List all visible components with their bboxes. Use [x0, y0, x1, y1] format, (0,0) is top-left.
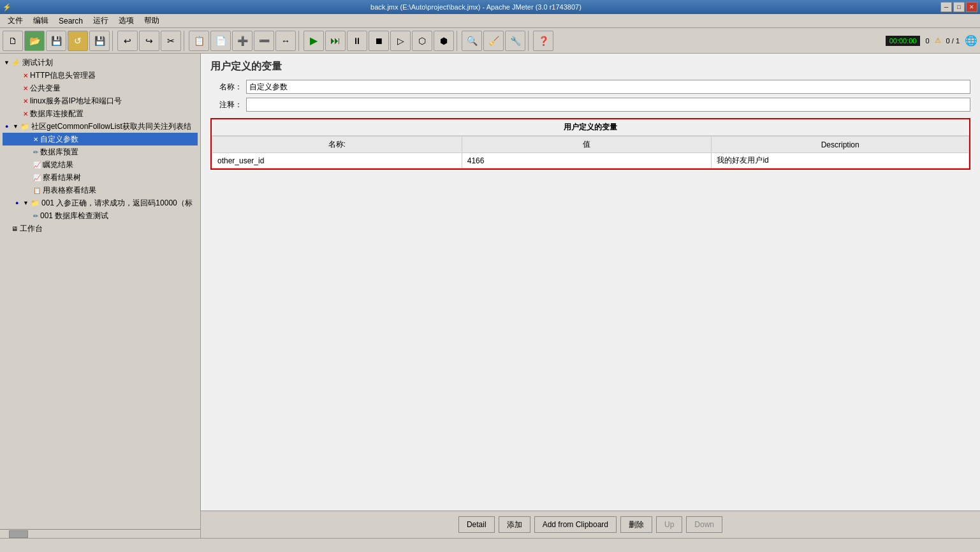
- tree-item-community[interactable]: ● ▼ 📁 社区getCommonFollowList获取共同关注列表结: [3, 120, 198, 133]
- table-row[interactable]: other_user_id 4166 我的好友用户id: [212, 153, 969, 168]
- col-description: Description: [712, 137, 969, 153]
- expand-icon2: ●: [5, 123, 13, 130]
- toolbar: 🗋 📂 💾 ↺ 💾 ↩ ↪ ✂ 📋 📄 ➕ ➖ ↔ ▶ ⏭ ⏸ ⏹ ▷ ⬡ ⬢ …: [0, 28, 980, 54]
- comment-label: 注释：: [210, 100, 242, 110]
- function-helper-btn[interactable]: 🔧: [505, 31, 525, 51]
- var-table-section: 用户定义的变量 名称: 值 Description other_user_id …: [210, 118, 970, 170]
- public-var-icon: ✕: [23, 85, 28, 92]
- tree-item-db-check[interactable]: ✏ 001 数据库检查测试: [3, 209, 198, 222]
- name-input[interactable]: [246, 80, 970, 94]
- workbench-label: 工作台: [20, 223, 43, 234]
- var-table: 名称: 值 Description other_user_id 4166 我的好…: [212, 136, 969, 168]
- close-btn[interactable]: ✕: [966, 2, 977, 12]
- tree-item-view-results[interactable]: 📈 瞩览结果: [3, 158, 198, 171]
- comment-input[interactable]: [246, 98, 970, 112]
- table-results-icon: 📋: [33, 187, 41, 194]
- undo-btn[interactable]: ↩: [117, 31, 138, 51]
- status-globe-icon: 🌐: [965, 34, 977, 47]
- menu-help[interactable]: 帮助: [139, 14, 165, 27]
- tree-item-test-plan[interactable]: ▼ ⚡ 测试计划: [3, 56, 198, 69]
- custom-params-label: 自定义参数: [40, 134, 78, 145]
- custom-params-icon: ✕: [33, 136, 38, 143]
- title-bar: ⚡ back.jmx (E:\Auto\project\back.jmx) - …: [0, 0, 980, 14]
- remote-stop-btn[interactable]: ⬡: [412, 31, 432, 51]
- remote-exit-btn[interactable]: ⬢: [434, 31, 454, 51]
- open-btn[interactable]: 📂: [24, 31, 45, 51]
- results-tree-icon: 📈: [33, 174, 41, 181]
- db-check-icon: ✏: [33, 213, 38, 220]
- table-results-label: 用表格察看结果: [43, 185, 96, 196]
- left-panel[interactable]: ▼ ⚡ 测试计划 ✕ HTTP信息头管理器 ✕ 公共变量 ✕ linux服务器I…: [0, 54, 201, 538]
- expand-icon4: ▼: [23, 200, 31, 206]
- saveas-btn[interactable]: 💾: [89, 31, 110, 51]
- clear-btn[interactable]: 🧹: [483, 31, 504, 51]
- col-value: 值: [462, 137, 712, 153]
- row-description: 我的好友用户id: [712, 153, 969, 168]
- pause-btn[interactable]: ⏸: [347, 31, 367, 51]
- menu-edit[interactable]: 编辑: [28, 14, 54, 27]
- up-button[interactable]: Up: [656, 516, 682, 533]
- main-layout: ▼ ⚡ 测试计划 ✕ HTTP信息头管理器 ✕ 公共变量 ✕ linux服务器I…: [0, 54, 980, 538]
- view-results-icon: 📈: [33, 161, 41, 168]
- content-area: 用户定义的变量 名称： 注释： 用户定义的变量 名称: 值 Descript: [201, 54, 980, 511]
- menu-options[interactable]: 选项: [113, 14, 139, 27]
- menu-search[interactable]: Search: [54, 15, 88, 27]
- tree-container: ▼ ⚡ 测试计划 ✕ HTTP信息头管理器 ✕ 公共变量 ✕ linux服务器I…: [0, 54, 200, 237]
- sep5: [528, 31, 530, 51]
- dot-icon: ●: [15, 200, 23, 206]
- error-count: 0: [925, 37, 929, 45]
- delete-button[interactable]: 删除: [620, 516, 652, 533]
- sep3: [298, 31, 301, 51]
- minimize-btn[interactable]: ─: [940, 2, 952, 12]
- paste-btn[interactable]: 📄: [210, 31, 231, 51]
- test001-icon: 📁: [31, 199, 40, 207]
- tree-item-test001[interactable]: ● ▼ 📁 001 入参正确，请求成功，返回码10000（标: [3, 197, 198, 209]
- new-btn[interactable]: 🗋: [3, 31, 23, 51]
- save-btn[interactable]: 💾: [46, 31, 66, 51]
- toggle-btn[interactable]: ↔: [275, 31, 296, 51]
- expand-btn[interactable]: ➕: [232, 31, 252, 51]
- tree-item-linux-server[interactable]: ✕ linux服务器IP地址和端口号: [3, 94, 198, 107]
- tree-item-results-tree[interactable]: 📈 察看结果树: [3, 171, 198, 184]
- tree-item-http-header[interactable]: ✕ HTTP信息头管理器: [3, 69, 198, 82]
- test001-label: 001 入参正确，请求成功，返回码10000（标: [41, 198, 193, 209]
- start-nopause-btn[interactable]: ⏭: [325, 31, 346, 51]
- bottom-panel: Detail 添加 Add from Clipboard 删除 Up Down: [201, 511, 980, 538]
- db-config-icon: ✕: [23, 110, 28, 117]
- tree-item-custom-params[interactable]: ✕ 自定义参数: [3, 133, 198, 145]
- expand-icon: ▼: [4, 59, 11, 66]
- collapse-btn[interactable]: ➖: [254, 31, 274, 51]
- cut-btn[interactable]: ✂: [161, 31, 181, 51]
- linux-server-label: linux服务器IP地址和端口号: [30, 96, 122, 107]
- name-label: 名称：: [210, 82, 242, 93]
- stop-btn[interactable]: ⏹: [369, 31, 389, 51]
- tree-item-public-var[interactable]: ✕ 公共变量: [3, 82, 198, 94]
- menu-file[interactable]: 文件: [3, 14, 28, 27]
- sep4: [457, 31, 459, 51]
- help-btn[interactable]: ❓: [533, 31, 553, 51]
- start-btn[interactable]: ▶: [304, 31, 324, 51]
- tree-item-workbench[interactable]: 🖥 工作台: [3, 222, 198, 235]
- down-button[interactable]: Down: [686, 516, 722, 533]
- expand-icon3: ▼: [13, 123, 20, 130]
- tree-item-db-preview[interactable]: ✏ 数据库预置: [3, 145, 198, 158]
- maximize-btn[interactable]: □: [953, 2, 965, 12]
- linux-icon: ✕: [23, 98, 28, 105]
- toolbar-status: 00:00:00 0 ⚠ 0 / 1 🌐: [886, 34, 977, 47]
- add-button[interactable]: 添加: [499, 516, 530, 533]
- search-btn[interactable]: 🔍: [462, 31, 482, 51]
- revert-btn[interactable]: ↺: [68, 31, 88, 51]
- copy-btn[interactable]: 📋: [189, 31, 209, 51]
- sep2: [184, 31, 186, 51]
- tree-item-db-config[interactable]: ✕ 数据库连接配置: [3, 107, 198, 120]
- detail-button[interactable]: Detail: [458, 516, 495, 533]
- add-from-clipboard-button[interactable]: Add from Clipboard: [534, 516, 617, 533]
- redo-btn[interactable]: ↪: [139, 31, 159, 51]
- menu-run[interactable]: 运行: [88, 14, 113, 27]
- right-panel: 用户定义的变量 名称： 注释： 用户定义的变量 名称: 值 Descript: [201, 54, 980, 538]
- http-header-icon: ✕: [23, 72, 28, 79]
- row-name: other_user_id: [212, 153, 462, 168]
- remote-start-btn[interactable]: ▷: [390, 31, 411, 51]
- menu-bar: 文件 编辑 Search 运行 选项 帮助: [0, 14, 980, 28]
- tree-item-table-results[interactable]: 📋 用表格察看结果: [3, 184, 198, 197]
